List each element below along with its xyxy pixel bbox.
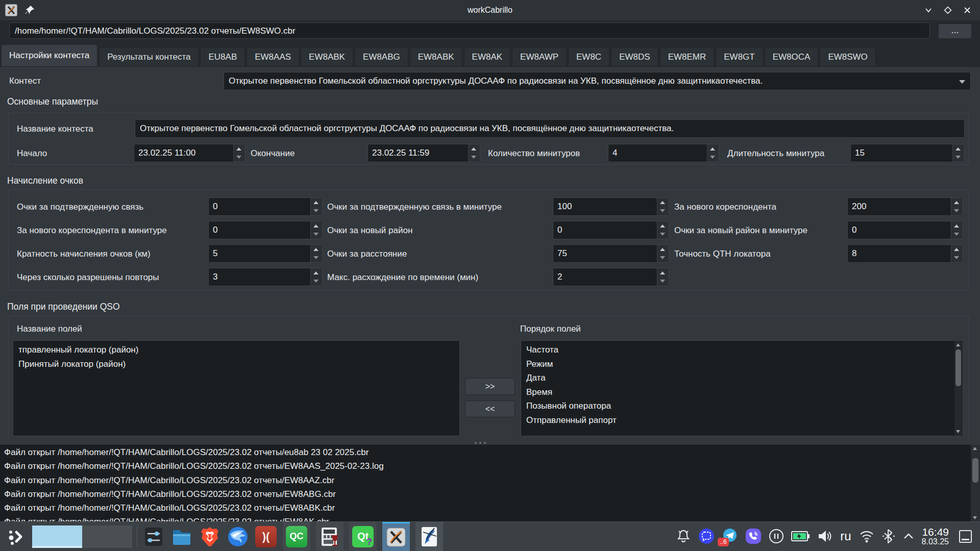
spin-up-icon[interactable] <box>657 268 669 277</box>
spin-down-icon[interactable] <box>311 277 322 286</box>
tab-результаты-контеста[interactable]: Результаты контеста <box>99 47 199 66</box>
scrollbar-thumb[interactable] <box>972 458 978 483</box>
spin-down-icon[interactable] <box>657 277 669 286</box>
list-item-тправленный-локатор-район[interactable]: тправленный локатор (район) <box>13 343 459 357</box>
tab-ew8oca[interactable]: EW8OCA <box>765 47 819 66</box>
spin-up-icon[interactable] <box>657 221 669 230</box>
tab-ew8emr[interactable]: EW8EMR <box>660 47 715 66</box>
file-manager-icon[interactable] <box>170 525 193 548</box>
spinbox-очки-за-подтвержденную-связь[interactable]: 0 <box>208 197 323 216</box>
tab-ew8aas[interactable]: EW8AAS <box>247 47 299 66</box>
move-left-button[interactable]: << <box>465 400 515 417</box>
tab-настройки-контеста[interactable]: Настройки контеста <box>1 44 97 66</box>
list-item-время[interactable]: Время <box>521 385 963 399</box>
tab-ew8gt[interactable]: EW8GT <box>716 47 763 66</box>
field-names-list[interactable]: тправленный локатор (район)Принятый лока… <box>13 340 460 436</box>
spin-down-icon[interactable] <box>707 153 719 162</box>
spin-up-icon[interactable] <box>707 144 719 153</box>
keyboard-layout-indicator[interactable]: ru <box>840 529 851 543</box>
viber-icon[interactable] <box>745 528 762 544</box>
spin-up-icon[interactable] <box>953 144 964 153</box>
log-scrollbar[interactable] <box>971 445 980 521</box>
bluetooth-icon[interactable] <box>882 529 895 544</box>
spin-down-icon[interactable] <box>951 254 963 262</box>
spinbox-окончание[interactable]: 23.02.25 11:59 <box>368 144 480 162</box>
spin-up-icon[interactable] <box>469 144 480 153</box>
maximize-window-icon[interactable] <box>942 5 953 16</box>
spin-up-icon[interactable] <box>234 144 245 153</box>
media-pause-icon[interactable] <box>769 529 784 544</box>
file-path-input[interactable]: /home/homer/!QT/HAM/Cabrillo/LOGS/2025/2… <box>9 22 930 39</box>
notifications-bell-icon[interactable] <box>676 529 691 544</box>
spinbox-начало[interactable]: 23.02.25 11:00 <box>134 144 246 162</box>
spinbox-очки-за-новый-район[interactable]: 0 <box>553 221 669 239</box>
spin-down-icon[interactable] <box>657 254 669 262</box>
app-launcher-icon[interactable] <box>4 525 28 548</box>
wine-app-task[interactable] <box>316 522 344 551</box>
spin-down-icon[interactable] <box>311 207 322 215</box>
spinbox-длительность-минитура[interactable]: 15 <box>850 144 965 162</box>
tab-ew8abk[interactable]: EW8ABK <box>301 47 353 66</box>
spinbox-очки-за-подтвержденную-связь-в-минитуре[interactable]: 100 <box>553 197 669 216</box>
workcabrillo-task[interactable] <box>382 522 410 551</box>
virtual-desktop-1[interactable] <box>32 525 82 548</box>
scrollbar-thumb[interactable] <box>955 349 961 386</box>
volume-icon[interactable] <box>817 529 833 543</box>
spinbox-точность-qth-локатора[interactable]: 8 <box>847 244 963 263</box>
list-item-принятый-локатор-район[interactable]: Принятый локатор (район) <box>13 357 459 371</box>
qt-assistant-task[interactable]: Qt ? <box>349 522 377 551</box>
telegram-icon[interactable]: ..6 <box>722 528 738 544</box>
tray-expand-icon[interactable] <box>902 532 915 541</box>
spin-up-icon[interactable] <box>657 245 669 254</box>
tab-ew8c[interactable]: EW8C <box>568 47 609 66</box>
field-order-list[interactable]: ЧастотаРежимДатаВремяПозывной оператораО… <box>521 340 963 436</box>
spin-up-icon[interactable] <box>951 245 963 254</box>
spin-up-icon[interactable] <box>311 221 322 230</box>
virtual-desktop-2[interactable] <box>82 525 132 548</box>
spin-up-icon[interactable] <box>311 198 322 207</box>
spin-down-icon[interactable] <box>953 153 964 162</box>
qc-app-task[interactable]: QC <box>283 522 310 551</box>
lazarus-task[interactable] <box>415 522 443 551</box>
spinbox-за-нового-кореспондента[interactable]: 200 <box>847 197 963 216</box>
log-output[interactable]: Файл открыт /home/homer/!QT/HAM/Cabrillo… <box>0 445 971 522</box>
titlebar[interactable]: workCabrillo <box>0 0 980 21</box>
spin-down-icon[interactable] <box>657 207 669 215</box>
thunderbird-icon[interactable] <box>226 525 250 548</box>
spin-up-icon[interactable] <box>311 245 322 254</box>
spin-down-icon[interactable] <box>951 207 963 215</box>
wifi-icon[interactable] <box>859 529 875 543</box>
clock[interactable]: 16:49 8.03.25 <box>922 527 949 546</box>
battery-icon[interactable] <box>791 530 810 542</box>
spin-up-icon[interactable] <box>311 268 322 277</box>
tab-ew8awp[interactable]: EW8AWP <box>512 47 567 66</box>
spin-down-icon[interactable] <box>657 230 669 239</box>
spinbox-макс-расхождение-по-времени-мин[interactable]: 2 <box>553 268 669 286</box>
spin-up-icon[interactable] <box>657 198 669 207</box>
tab-ew8abk[interactable]: EW8ABK <box>410 47 462 66</box>
browse-button[interactable]: ... <box>938 23 972 39</box>
scroll-up-icon[interactable] <box>971 445 980 452</box>
pin-icon[interactable] <box>24 5 35 15</box>
tab-ew8swo[interactable]: EW8SWO <box>820 47 875 66</box>
list-item-отправленный-рапорт[interactable]: Отправленный рапорт <box>521 413 963 428</box>
spinbox-за-нового-кореспондента-в-минитуре[interactable]: 0 <box>208 221 323 239</box>
list-item-режим[interactable]: Режим <box>521 357 963 371</box>
list-item-позывной-оператора[interactable]: Позывной оператора <box>521 399 963 413</box>
spin-up-icon[interactable] <box>951 221 963 230</box>
contest-combobox[interactable]: Открытое первенство Гомельской областной… <box>224 72 971 90</box>
spinbox-через-сколько-разрешены-повторы[interactable]: 3 <box>208 268 323 286</box>
move-right-button[interactable]: >> <box>465 378 515 395</box>
spinbox-очки-за-новый-район-в-минитуре[interactable]: 0 <box>847 221 963 239</box>
show-desktop-button[interactable] <box>959 530 972 543</box>
contest-name-input[interactable]: Открытое первенство Гомельской областной… <box>135 119 965 138</box>
brave-browser-icon[interactable] <box>198 525 222 548</box>
spin-down-icon[interactable] <box>469 153 480 162</box>
list-item-дата[interactable]: Дата <box>521 371 963 385</box>
scroll-up-icon[interactable] <box>954 341 962 348</box>
shade-window-icon[interactable] <box>923 5 934 16</box>
spin-down-icon[interactable] <box>951 230 963 239</box>
spinbox-кратность-начисления-очков-км[interactable]: 5 <box>208 244 323 263</box>
tab-ew8abg[interactable]: EW8ABG <box>355 47 408 66</box>
signal-messenger-icon[interactable] <box>698 528 715 544</box>
